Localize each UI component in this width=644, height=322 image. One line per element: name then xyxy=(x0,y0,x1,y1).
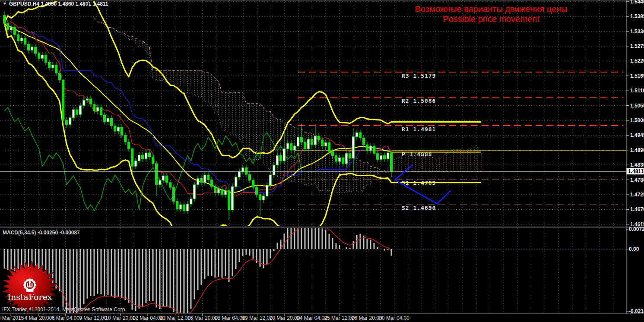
macd-bar xyxy=(111,249,112,296)
candle xyxy=(76,110,78,114)
macd-bar xyxy=(149,249,150,301)
candle xyxy=(245,167,247,174)
candle xyxy=(259,195,261,200)
macd-bar xyxy=(94,249,95,296)
macd-bar xyxy=(356,235,358,249)
candle xyxy=(10,27,13,30)
macd-bar xyxy=(159,249,161,309)
candle xyxy=(190,199,192,204)
candle xyxy=(73,110,75,118)
macd-bar xyxy=(56,249,57,289)
candle xyxy=(128,142,130,149)
macd-bar xyxy=(166,249,168,307)
macd-bar xyxy=(152,249,154,301)
macd-bar xyxy=(194,249,195,299)
macd-bar xyxy=(211,249,213,276)
chart-menu-icon[interactable] xyxy=(3,3,6,5)
candle xyxy=(339,158,341,161)
candle xyxy=(93,104,95,111)
candle xyxy=(69,118,71,125)
candle xyxy=(380,155,382,159)
macd-bar xyxy=(311,226,313,249)
pivot-label: R1 1.4981 xyxy=(402,126,436,133)
candle xyxy=(52,65,54,68)
macd-bar xyxy=(208,249,209,276)
candle xyxy=(280,155,282,161)
macd-bar xyxy=(353,241,354,249)
candle xyxy=(363,138,365,145)
candle xyxy=(35,47,37,54)
macd-bar xyxy=(114,249,116,298)
macd-bar xyxy=(381,249,382,249)
candle xyxy=(7,23,9,30)
candle xyxy=(183,205,185,211)
time-axis-label: 16 Mar 20:00 xyxy=(187,315,218,321)
time-axis-label: 3 Mar 2015 xyxy=(0,315,24,321)
candle xyxy=(266,185,268,196)
candle xyxy=(38,54,40,58)
macd-bar xyxy=(63,249,64,307)
macd-bar xyxy=(253,249,254,259)
candle xyxy=(335,155,337,161)
time-axis-label: 10 Mar 20:00 xyxy=(105,315,136,321)
macd-bar xyxy=(177,249,178,316)
macd-bar xyxy=(225,249,226,276)
candle xyxy=(328,142,330,152)
candle xyxy=(349,153,351,158)
candle xyxy=(155,164,158,185)
candle xyxy=(356,133,358,136)
macd-bar xyxy=(294,226,295,249)
candle xyxy=(117,127,120,131)
macd-bar xyxy=(7,249,9,270)
candle xyxy=(62,80,64,120)
candle xyxy=(111,118,113,126)
macd-bar xyxy=(291,227,292,249)
macd-bar xyxy=(197,249,199,290)
candle xyxy=(342,158,344,164)
macd-bar xyxy=(325,230,327,249)
candle xyxy=(311,139,313,145)
macd-bar xyxy=(97,249,98,294)
macd-bar xyxy=(246,249,247,255)
candle xyxy=(314,136,317,145)
candle xyxy=(387,153,389,159)
candle xyxy=(104,115,106,122)
price-chart[interactable]: R3 1.5179R2 1.5086R1 1.4981P 1.4888S1 1.… xyxy=(0,0,644,322)
price-axis-label: 1.4890 xyxy=(630,147,644,153)
candle xyxy=(301,137,303,142)
annotation-ru: Возможные варианты движения цены xyxy=(415,4,568,14)
candle xyxy=(352,137,355,158)
candle xyxy=(283,149,286,161)
candle xyxy=(249,174,251,180)
candle xyxy=(176,202,178,209)
candle xyxy=(86,99,89,100)
macd-bar xyxy=(142,249,143,307)
candle xyxy=(135,161,137,167)
candle xyxy=(142,155,144,159)
candle xyxy=(214,186,216,193)
candle xyxy=(24,38,26,44)
price-axis-label: 1.5110 xyxy=(630,88,644,94)
candle xyxy=(149,153,151,157)
macd-bar xyxy=(90,249,92,296)
candle xyxy=(114,126,116,132)
candle xyxy=(235,177,237,186)
macd-bar xyxy=(318,225,320,249)
macd-bar xyxy=(284,234,285,249)
price-axis-label: 1.5385 xyxy=(630,13,644,19)
candle xyxy=(17,35,19,41)
chart-title: GBPUSD,H4 1.4850 1.4860 1.4801 1.4811 xyxy=(9,1,108,7)
candle xyxy=(232,186,234,210)
time-axis-label: 12 Mar 04:00 xyxy=(133,315,163,321)
candle xyxy=(124,135,127,142)
macd-bar xyxy=(249,249,251,256)
chart-layers: R3 1.5179R2 1.5086R1 1.4981P 1.4888S1 1.… xyxy=(0,0,626,319)
macd-axis-label: 0.00722 xyxy=(629,226,644,232)
candle xyxy=(325,142,327,146)
macd-bar xyxy=(187,249,188,314)
candle xyxy=(221,189,223,195)
macd-bar xyxy=(298,223,299,249)
macd-bar xyxy=(329,234,330,249)
macd-bar xyxy=(204,249,206,279)
macd-bar xyxy=(128,249,130,303)
